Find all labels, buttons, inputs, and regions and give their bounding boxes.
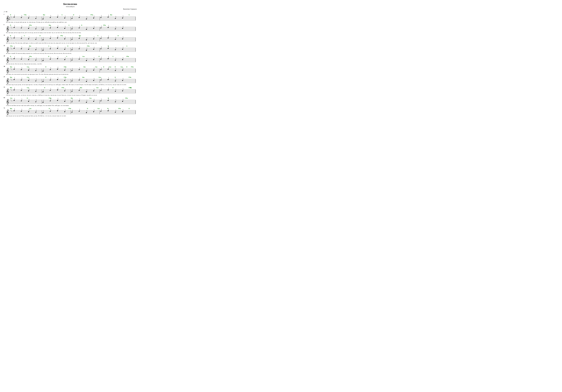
svg-text:♯: ♯ xyxy=(12,100,12,102)
svg-text:G: G xyxy=(48,45,49,47)
svg-point-403 xyxy=(43,91,44,92)
svg-point-463 xyxy=(71,101,72,102)
svg-point-128 xyxy=(21,38,22,39)
svg-point-513 xyxy=(57,110,58,111)
svg-point-473 xyxy=(107,100,109,101)
svg-text:♯: ♯ xyxy=(11,89,11,90)
svg-text:D: D xyxy=(115,66,116,67)
svg-text:♯: ♯ xyxy=(11,47,11,49)
svg-point-261 xyxy=(122,59,123,60)
svg-point-45 xyxy=(93,18,94,19)
svg-point-76 xyxy=(21,27,22,28)
svg-point-126 xyxy=(13,37,15,38)
svg-text:𝄞: 𝄞 xyxy=(6,89,9,94)
composer: Валентин Стрыкало xyxy=(4,8,137,10)
svg-text:Bm: Bm xyxy=(49,24,51,26)
svg-text:Gm: Gm xyxy=(99,77,101,78)
svg-text:38: 38 xyxy=(4,66,5,67)
svg-text:♯: ♯ xyxy=(12,48,12,50)
lyrics-row-9: По-смо-три, всё не серь-ёз-но, всё э-то … xyxy=(4,32,137,34)
svg-text:64: 64 xyxy=(4,97,5,98)
svg-point-241 xyxy=(50,59,51,60)
svg-text:D: D xyxy=(27,97,28,99)
svg-point-288 xyxy=(13,69,15,70)
svg-point-292 xyxy=(28,70,29,71)
svg-text:D: D xyxy=(107,108,108,109)
lyrics-row-71: вда-ли рас-ка-ты гро-ма? И мы долж-ны бы… xyxy=(4,115,137,117)
svg-point-310 xyxy=(93,70,94,71)
svg-text:22: 22 xyxy=(4,45,5,46)
svg-text:D: D xyxy=(99,56,100,57)
svg-text:𝄞: 𝄞 xyxy=(6,78,9,84)
svg-point-308 xyxy=(86,70,87,71)
svg-point-140 xyxy=(64,38,65,39)
svg-point-509 xyxy=(43,112,44,113)
svg-point-361 xyxy=(86,81,87,82)
svg-text:♯: ♯ xyxy=(11,37,11,38)
svg-point-343 xyxy=(21,79,22,80)
svg-point-25 xyxy=(21,17,22,18)
svg-point-363 xyxy=(93,80,94,81)
svg-text:D: D xyxy=(103,66,104,67)
svg-text:Bm: Bm xyxy=(43,14,45,15)
svg-point-515 xyxy=(64,111,65,112)
svg-text:𝄞: 𝄞 xyxy=(6,57,9,63)
svg-point-318 xyxy=(122,70,123,71)
svg-point-399 xyxy=(28,90,29,91)
svg-point-134 xyxy=(43,39,44,40)
svg-point-517 xyxy=(71,112,72,113)
svg-text:𝄞: 𝄞 xyxy=(6,16,9,21)
svg-point-357 xyxy=(71,80,72,81)
svg-point-194 xyxy=(71,49,72,50)
svg-point-405 xyxy=(50,90,51,91)
svg-text:47: 47 xyxy=(4,76,5,78)
svg-point-395 xyxy=(13,90,15,90)
svg-point-298 xyxy=(50,69,51,70)
svg-text:Gm: Gm xyxy=(27,87,29,89)
svg-point-419 xyxy=(100,90,102,91)
svg-text:Bm: Bm xyxy=(110,14,112,15)
svg-point-37 xyxy=(64,18,65,19)
svg-text:Gm: Gm xyxy=(10,97,12,99)
svg-text:D: D xyxy=(73,14,74,15)
svg-point-251 xyxy=(86,60,87,61)
svg-point-144 xyxy=(79,38,80,39)
svg-point-531 xyxy=(122,111,123,112)
svg-point-152 xyxy=(107,37,109,38)
svg-point-425 xyxy=(122,90,123,91)
svg-text:𝄞: 𝄞 xyxy=(6,99,9,105)
svg-text:F♯m: F♯m xyxy=(60,35,63,36)
svg-point-138 xyxy=(57,37,58,38)
music-rows: 𝄞44♯♯1DF♯mBmGDF♯mBmGПо-смо-три, се-год-н… xyxy=(4,13,137,117)
svg-text:♯: ♯ xyxy=(11,78,11,80)
svg-point-314 xyxy=(107,69,109,70)
music-row-9: 𝄞♯♯9DF♯mBmGDF♯mПо-смо-три, всё не серь-ё… xyxy=(4,24,137,34)
svg-point-78 xyxy=(28,28,29,29)
svg-point-397 xyxy=(21,90,22,91)
svg-text:B: B xyxy=(108,45,109,47)
svg-point-467 xyxy=(86,102,87,103)
svg-point-249 xyxy=(79,59,80,60)
svg-point-142 xyxy=(71,39,72,40)
svg-text:𝄞: 𝄞 xyxy=(6,36,9,42)
svg-point-186 xyxy=(43,50,44,51)
svg-text:D: D xyxy=(40,35,41,36)
svg-point-417 xyxy=(93,90,94,91)
svg-point-365 xyxy=(100,79,102,80)
svg-point-231 xyxy=(13,58,15,59)
svg-text:F♯m: F♯m xyxy=(64,66,67,67)
svg-point-31 xyxy=(43,19,44,20)
svg-point-312 xyxy=(100,69,102,70)
lyrics-row-55: Ско-ро тьма отс-ту-пит, за-тем ис-чез-ну… xyxy=(4,94,137,96)
svg-point-178 xyxy=(13,48,15,49)
svg-point-200 xyxy=(93,49,94,50)
svg-point-355 xyxy=(64,80,65,81)
svg-point-233 xyxy=(21,59,22,60)
svg-text:F♯m: F♯m xyxy=(69,108,71,109)
svg-point-96 xyxy=(93,28,94,29)
svg-point-192 xyxy=(64,49,65,50)
svg-point-204 xyxy=(107,48,109,49)
svg-point-51 xyxy=(115,18,116,19)
svg-text:F♯m: F♯m xyxy=(131,66,134,67)
svg-text:F♯m: F♯m xyxy=(49,97,51,99)
